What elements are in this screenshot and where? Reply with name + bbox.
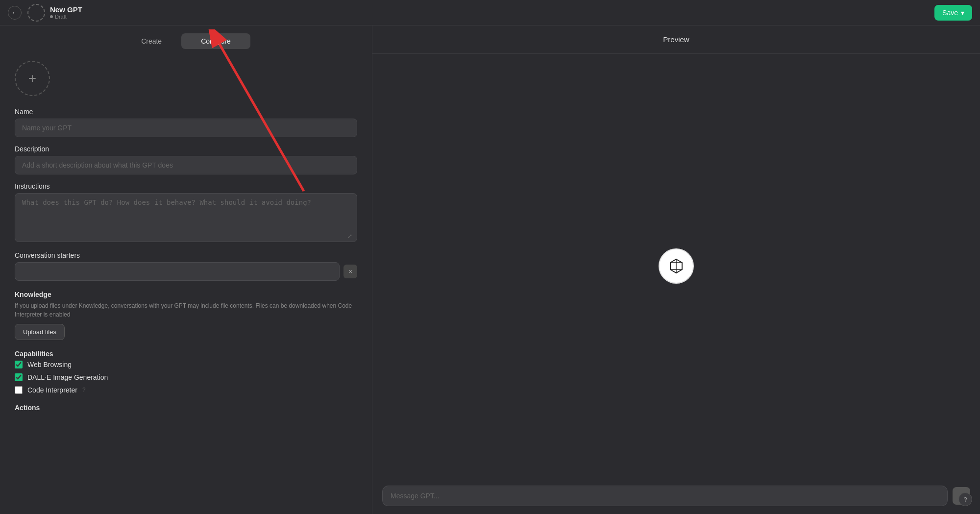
left-panel: Create Configure + Name Description Inst… xyxy=(0,25,372,514)
save-chevron-icon: ▾ xyxy=(961,9,964,17)
back-button[interactable]: ← xyxy=(8,6,22,20)
status-text: Draft xyxy=(55,14,67,20)
preview-gpt-icon xyxy=(659,248,694,284)
preview-footer: ↑ xyxy=(372,478,980,514)
upload-files-button[interactable]: Upload files xyxy=(15,324,65,340)
top-bar: ← New GPT Draft Save ▾ xyxy=(0,0,980,25)
right-panel: Preview ↑ ? xyxy=(372,25,980,514)
dalle-checkbox[interactable] xyxy=(15,373,23,381)
capabilities-title: Capabilities xyxy=(15,350,357,358)
status-dot xyxy=(50,15,53,18)
code-interpreter-label: Code Interpreter xyxy=(27,386,77,394)
instructions-wrapper: ⤢ xyxy=(15,193,357,244)
web-browsing-checkbox[interactable] xyxy=(15,361,23,368)
question-mark-icon: ? xyxy=(963,496,967,503)
actions-title: Actions xyxy=(15,404,357,416)
dalle-label: DALL·E Image Generation xyxy=(27,373,108,381)
name-label: Name xyxy=(15,108,357,116)
tab-configure[interactable]: Configure xyxy=(181,33,250,49)
code-interpreter-help-icon[interactable]: ? xyxy=(82,387,86,393)
expand-icon[interactable]: ⤢ xyxy=(347,233,352,240)
knowledge-description: If you upload files under Knowledge, con… xyxy=(15,301,357,319)
gpt-name: New GPT xyxy=(50,5,82,14)
name-input[interactable] xyxy=(15,119,357,137)
capability-web-browsing: Web Browsing xyxy=(15,361,357,368)
message-input[interactable] xyxy=(382,486,948,506)
capability-dalle: DALL·E Image Generation xyxy=(15,373,357,381)
gpt-info: New GPT Draft xyxy=(27,4,82,22)
help-button[interactable]: ? xyxy=(958,492,972,506)
back-icon: ← xyxy=(11,9,18,16)
web-browsing-label: Web Browsing xyxy=(27,361,72,368)
starter-row: × xyxy=(15,262,357,281)
tabs-row: Create Configure xyxy=(0,25,372,53)
instructions-label: Instructions xyxy=(15,182,357,190)
gpt-status: Draft xyxy=(50,14,82,20)
save-button[interactable]: Save ▾ xyxy=(934,5,972,21)
plus-icon: + xyxy=(28,71,36,86)
starter-input[interactable] xyxy=(15,262,340,281)
capability-code-interpreter: Code Interpreter ? xyxy=(15,386,357,394)
preview-header: Preview xyxy=(372,25,980,54)
preview-body xyxy=(372,54,980,478)
description-label: Description xyxy=(15,145,357,153)
upload-circle-button[interactable]: + xyxy=(15,61,50,96)
gpt-title-group: New GPT Draft xyxy=(50,5,82,20)
instructions-input[interactable] xyxy=(15,193,357,242)
starter-close-button[interactable]: × xyxy=(343,265,357,278)
top-bar-left: ← New GPT Draft xyxy=(8,4,82,22)
conversation-starters-label: Conversation starters xyxy=(15,251,357,259)
form-area: Name Description Instructions ⤢ Conversa… xyxy=(0,100,372,514)
gpt-avatar xyxy=(27,4,45,22)
knowledge-title: Knowledge xyxy=(15,291,357,298)
save-label: Save xyxy=(942,9,958,17)
tab-create[interactable]: Create xyxy=(122,33,181,49)
description-input[interactable] xyxy=(15,156,357,174)
upload-area: + xyxy=(0,53,372,100)
code-interpreter-checkbox[interactable] xyxy=(15,386,23,394)
cube-icon xyxy=(667,257,685,275)
main-layout: Create Configure + Name Description Inst… xyxy=(0,25,980,514)
